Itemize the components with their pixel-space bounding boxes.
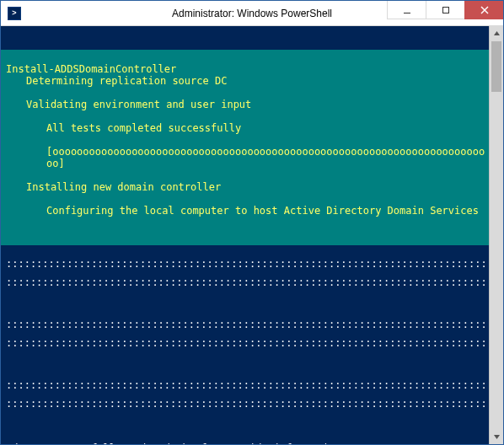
- scroll-down-button[interactable]: [490, 430, 503, 444]
- scroll-up-button[interactable]: [490, 26, 503, 40]
- progress-bar: [ooooooooooooooooooooooooooooooooooooooo…: [6, 146, 489, 169]
- powershell-icon: [8, 7, 21, 20]
- progress-step: Installing new domain controller: [6, 181, 489, 193]
- separator-row: ::::::::::::::::::::::::::::::::::::::::…: [6, 340, 489, 346]
- window-controls: [387, 1, 503, 19]
- separator-row: ::::::::::::::::::::::::::::::::::::::::…: [6, 382, 489, 389]
- progress-block: Install-ADDSDomainController Determining…: [1, 50, 489, 245]
- svg-rect-1: [442, 7, 448, 13]
- progress-step: Determining replication source DC: [6, 75, 489, 87]
- progress-detail: All tests completed successfully: [6, 122, 489, 134]
- output-line: Adprep successfully updated the forest-w…: [6, 442, 489, 444]
- svg-marker-5: [494, 435, 500, 439]
- minimize-button[interactable]: [387, 1, 426, 19]
- progress-detail: Configuring the local computer to host A…: [6, 205, 489, 217]
- separator-row: ::::::::::::::::::::::::::::::::::::::::…: [6, 260, 489, 267]
- console-output[interactable]: Install-ADDSDomainController Determining…: [1, 26, 489, 444]
- progress-command: Install-ADDSDomainController: [6, 63, 176, 75]
- separator-row: ::::::::::::::::::::::::::::::::::::::::…: [6, 400, 489, 407]
- client-area: Install-ADDSDomainController Determining…: [1, 26, 503, 444]
- close-button[interactable]: [464, 1, 503, 19]
- scroll-thumb[interactable]: [491, 41, 501, 92]
- progress-step: Validating environment and user input: [6, 99, 489, 110]
- separator-row: ::::::::::::::::::::::::::::::::::::::::…: [6, 279, 489, 286]
- vertical-scrollbar[interactable]: [489, 26, 503, 444]
- powershell-window: Administrator: Windows PowerShell Instal…: [0, 0, 504, 445]
- maximize-button[interactable]: [426, 1, 464, 19]
- separator-row: ::::::::::::::::::::::::::::::::::::::::…: [6, 321, 489, 328]
- titlebar[interactable]: Administrator: Windows PowerShell: [1, 1, 503, 26]
- svg-marker-4: [494, 31, 500, 35]
